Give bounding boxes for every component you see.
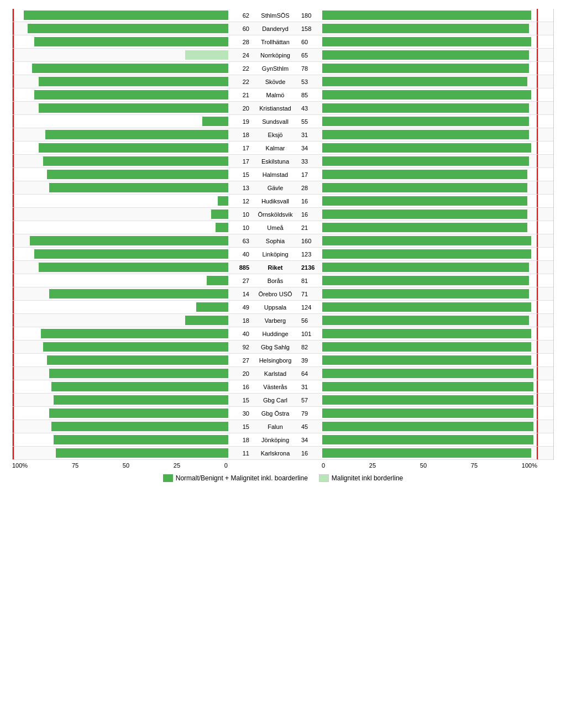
bar-left	[185, 316, 228, 325]
hospital-name: GynSthlm	[250, 65, 300, 72]
left-bar-section	[13, 407, 228, 420]
right-bar-section	[322, 9, 538, 22]
table-row: 10Örnsköldsvik16	[13, 208, 553, 221]
bar-right	[322, 408, 533, 418]
right-bar-section	[322, 115, 538, 128]
left-bar-section	[13, 341, 228, 353]
table-row: 21Malmö85	[13, 88, 553, 102]
bar-right	[322, 316, 529, 325]
legend-label-green: Normalt/Benignt + Malignitet inkl. board…	[176, 474, 308, 482]
bar-right	[322, 196, 527, 206]
center-label: 20Karlstad64	[228, 370, 322, 377]
right-count: 60	[301, 39, 322, 45]
left-count: 92	[228, 344, 249, 350]
table-row: 20Karlstad64	[13, 367, 553, 380]
bar-right	[322, 448, 531, 458]
table-row: 20Kristianstad43	[13, 102, 553, 115]
bar-left	[34, 90, 228, 99]
left-count: 11	[228, 450, 249, 457]
legend: Normalt/Benignt + Malignitet inkl. board…	[12, 474, 554, 482]
bar-right	[322, 117, 529, 126]
left-bar-section	[13, 301, 228, 313]
left-bar-section	[13, 35, 228, 48]
table-row: 24Norrköping65	[13, 49, 553, 62]
table-row: 10Umeå21	[13, 221, 553, 234]
bar-right	[322, 369, 533, 378]
ref-line-left	[13, 75, 14, 88]
center-label: 11Karlskrona16	[228, 450, 322, 457]
bar-right	[322, 183, 527, 192]
right-bar-section	[322, 314, 538, 327]
bar-right	[322, 156, 529, 166]
hospital-name: Trollhättan	[250, 39, 300, 45]
bar-right	[322, 422, 533, 431]
left-bar-section	[13, 447, 228, 459]
bar-right	[322, 289, 529, 298]
hospital-name: Kristianstad	[250, 105, 300, 112]
center-label: 22GynSthlm78	[228, 65, 322, 72]
left-count: 18	[228, 437, 249, 443]
left-bar-section	[13, 261, 228, 274]
bar-right	[322, 263, 529, 272]
right-count: 123	[301, 251, 322, 258]
table-row: 885Riket2136	[13, 261, 553, 274]
right-count: 81	[301, 277, 322, 284]
table-row: 62SthlmSÖS180	[13, 9, 553, 22]
ref-line-right	[537, 234, 538, 247]
center-label: 18Jönköping34	[228, 437, 322, 443]
right-count: 124	[301, 304, 322, 311]
left-bar-section	[13, 314, 228, 327]
table-row: 92Gbg Sahlg82	[13, 341, 553, 354]
hospital-name: Kalmar	[250, 145, 300, 151]
ref-line-left	[13, 341, 14, 353]
hospital-name: Örnsköldsvik	[250, 211, 300, 218]
ref-line-right	[537, 181, 538, 194]
hospital-name: Helsingborg	[250, 357, 300, 364]
left-count: 22	[228, 78, 249, 85]
right-count: 82	[301, 344, 322, 350]
bar-right	[322, 103, 529, 113]
hospital-name: Danderyd	[250, 25, 300, 32]
ref-line-left	[13, 155, 14, 167]
hospital-name: Umeå	[250, 224, 300, 231]
ref-line-right	[537, 354, 538, 366]
left-count: 14	[228, 291, 249, 297]
bar-left	[24, 11, 229, 20]
left-bar-section	[13, 115, 228, 128]
table-row: 60Danderyd158	[13, 22, 553, 35]
right-bar-section	[322, 75, 538, 88]
right-count: 71	[301, 291, 322, 297]
right-bar-section	[322, 234, 538, 247]
left-count: 27	[228, 277, 249, 284]
ref-line-left	[13, 115, 14, 128]
right-count: 39	[301, 357, 322, 364]
center-label: 885Riket2136	[228, 264, 322, 271]
bar-right	[322, 11, 531, 20]
x-axis-left: 100% 75 50 25 0	[12, 462, 228, 469]
right-bar-section	[322, 142, 538, 154]
hospital-name: Eksjö	[250, 132, 300, 138]
center-label: 40Linköping123	[228, 251, 322, 258]
left-bar-section	[13, 221, 228, 234]
ref-line-right	[537, 128, 538, 141]
left-bar-section	[13, 195, 228, 207]
bar-left	[207, 276, 228, 285]
bar-left	[196, 302, 229, 312]
center-label: 40Huddinge101	[228, 331, 322, 337]
left-bar-section	[13, 75, 228, 88]
right-count: 16	[301, 450, 322, 457]
bar-right	[322, 90, 531, 99]
table-row: 18Varberg56	[13, 314, 553, 327]
right-count: 65	[301, 52, 322, 59]
bar-right	[322, 77, 527, 86]
legend-item-green: Normalt/Benignt + Malignitet inkl. board…	[163, 474, 308, 482]
ref-line-right	[537, 420, 538, 433]
bar-left	[49, 408, 228, 418]
center-label: 28Trollhättan60	[228, 39, 322, 45]
hospital-name: Linköping	[250, 251, 300, 258]
bar-right	[322, 355, 531, 365]
left-bar-section	[13, 102, 228, 114]
ref-line-right	[537, 261, 538, 274]
bar-left	[39, 143, 228, 153]
table-row: 15Gbg Carl57	[13, 394, 553, 407]
